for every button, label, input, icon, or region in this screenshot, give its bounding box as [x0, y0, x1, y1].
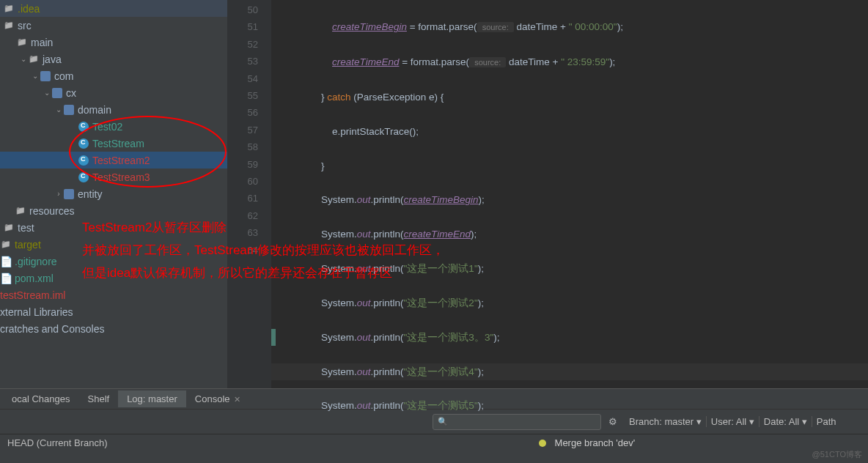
tab-log[interactable]: Log: master: [118, 390, 186, 407]
tree-label: resources: [29, 205, 74, 217]
code-token: System.: [321, 297, 357, 308]
chevron-down-icon: ⌄: [19, 55, 28, 63]
param-hint: source:: [469, 57, 506, 67]
tree-item-src[interactable]: src: [0, 17, 227, 34]
folder-icon: [16, 37, 28, 48]
code-token: out: [357, 229, 371, 240]
tree-item-test[interactable]: test: [0, 219, 227, 236]
code-token: System.: [321, 366, 357, 377]
tree-item-target[interactable]: target: [0, 236, 227, 253]
tree-item-cx[interactable]: ⌄cx: [0, 84, 227, 101]
class-icon: [78, 155, 89, 166]
line-num: 63: [227, 224, 258, 241]
code-token: .println(: [371, 400, 404, 411]
folder-icon: [3, 3, 15, 15]
tree-label: .idea: [18, 3, 40, 15]
code-token: " 00:00:00": [569, 21, 617, 32]
code-token: catch: [327, 92, 353, 103]
tree-item-test02[interactable]: Test02: [0, 118, 227, 135]
line-num: 61: [227, 190, 258, 207]
code-token: }: [321, 160, 325, 171]
folder-icon: [3, 20, 15, 32]
tree-item-com[interactable]: ⌄com: [0, 67, 227, 84]
tree-item-iml[interactable]: testStream.iml: [0, 286, 227, 303]
code-token: );: [478, 400, 484, 411]
tree-item-pom[interactable]: 📄pom.xml: [0, 270, 227, 286]
tree-label: Test02: [92, 121, 122, 133]
code-token: );: [478, 297, 484, 308]
line-num: 53: [227, 53, 258, 70]
code-token: out: [357, 194, 371, 205]
code-token: System.: [321, 400, 357, 411]
code-token: System.: [321, 332, 357, 343]
code-token: "这是一个测试5": [404, 400, 478, 411]
close-icon[interactable]: ✕: [234, 395, 240, 404]
line-num: 54: [227, 70, 258, 87]
package-icon: [51, 87, 63, 99]
vcs-marker[interactable]: [271, 329, 276, 346]
line-num: 51: [227, 18, 258, 35]
tree-label: .gitignore: [15, 256, 57, 267]
line-num: 50: [227, 1, 258, 18]
code-token: out: [357, 332, 371, 343]
chevron-down-icon: ⌄: [31, 72, 40, 80]
code-token: System.: [321, 194, 357, 205]
line-num: 64: [227, 242, 258, 259]
code-token: "这是一个测试3。3": [404, 332, 494, 343]
tree-label: domain: [78, 104, 111, 116]
tree-item-idea[interactable]: .idea: [0, 0, 227, 17]
code-token: out: [357, 297, 371, 308]
tree-label: com: [54, 70, 73, 82]
tree-item-entity[interactable]: ›entity: [0, 185, 227, 202]
chevron-right-icon: ›: [54, 190, 63, 198]
tree-item-gitignore[interactable]: 📄.gitignore: [0, 253, 227, 270]
code-token: (ParseException e) {: [353, 92, 444, 103]
code-token: .println(: [371, 194, 404, 205]
code-token: out: [357, 263, 371, 274]
code-token: );: [471, 229, 477, 240]
tab-console[interactable]: Console ✕: [186, 390, 249, 407]
line-num: 60: [227, 173, 258, 190]
tab-shelf[interactable]: Shelf: [79, 390, 119, 407]
tree-item-resources[interactable]: resources: [0, 202, 227, 219]
line-gutter: 50 51 52 53 54 55 56 57 58 59 60 61 62 6…: [227, 0, 271, 388]
tree-label: TestStream: [92, 138, 144, 149]
code-token: .println(: [371, 297, 404, 308]
tab-label: Console: [195, 393, 230, 404]
code-token: .println(: [371, 229, 404, 240]
code-token: = format.parse(: [399, 56, 469, 67]
code-token: "这是一个测试1": [404, 263, 478, 274]
tree-item-domain[interactable]: ⌄domain: [0, 101, 227, 118]
class-icon: [78, 121, 89, 133]
tree-item-main[interactable]: main: [0, 34, 227, 51]
tab-local-changes[interactable]: ocal Changes: [3, 390, 79, 407]
tree-item-teststream[interactable]: TestStream: [0, 135, 227, 152]
code-area[interactable]: createTimeBegin = format.parse( source: …: [271, 0, 868, 388]
line-num: 58: [227, 138, 258, 155]
package-icon: [40, 70, 51, 82]
chevron-down-icon: ⌄: [43, 89, 51, 97]
tree-item-teststream3[interactable]: TestStream3: [0, 168, 227, 185]
line-num: 57: [227, 122, 258, 138]
tree-item-extlib[interactable]: xternal Libraries: [0, 303, 227, 320]
line-num: 56: [227, 104, 258, 121]
tree-item-scratch[interactable]: cratches and Consoles: [0, 320, 227, 337]
tree-item-teststream2[interactable]: TestStream2: [0, 152, 227, 168]
code-token: "这是一个测试2": [404, 297, 478, 308]
tree-label: TestStream3: [92, 171, 150, 183]
code-token: );: [617, 21, 623, 32]
folder-icon: [3, 222, 15, 234]
project-tree[interactable]: .idea src main ⌄java ⌄com ⌄cx ⌄domain Te…: [0, 0, 227, 388]
code-token: );: [478, 263, 484, 274]
tree-label: test: [18, 222, 34, 234]
code-editor[interactable]: 50 51 52 53 54 55 56 57 58 59 60 61 62 6…: [227, 0, 868, 388]
package-icon: [63, 188, 75, 200]
code-token: e.printStackTrace();: [332, 126, 419, 137]
code-token: );: [478, 366, 484, 377]
tree-label: cratches and Consoles: [0, 323, 104, 335]
tree-item-java[interactable]: ⌄java: [0, 51, 227, 67]
code-token: );: [609, 56, 615, 67]
tree-label: main: [31, 37, 53, 48]
line-num: 59: [227, 156, 258, 173]
code-token: System.: [321, 229, 357, 240]
